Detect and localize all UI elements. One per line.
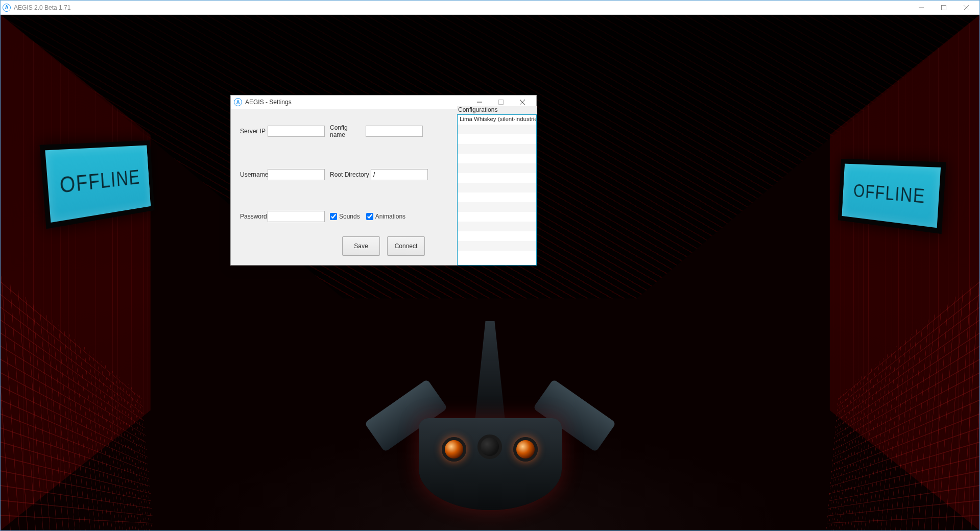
- config-item[interactable]: [458, 134, 536, 144]
- password-input[interactable]: [268, 211, 325, 222]
- config-item[interactable]: [458, 222, 536, 231]
- app-title: AEGIS 2.0 Beta 1.71: [14, 4, 910, 11]
- svg-rect-5: [499, 100, 504, 105]
- sounds-checkbox-wrap[interactable]: Sounds: [330, 213, 360, 220]
- game-viewport: OFFLINE OFFLINE A AEGIS - Settings: [1, 15, 979, 530]
- save-button[interactable]: Save: [342, 236, 380, 256]
- window-controls: [910, 1, 977, 15]
- label-username: Username: [240, 171, 267, 178]
- app-icon: A: [3, 4, 11, 12]
- config-item[interactable]: [458, 183, 536, 192]
- configurations-panel: Configurations Lima Whiskey (silent-indu…: [457, 106, 537, 266]
- config-item[interactable]: [458, 144, 536, 154]
- app-window: A AEGIS 2.0 Beta 1.71 OFFLINE OFFLINE: [0, 0, 980, 531]
- label-server-ip: Server IP: [240, 128, 267, 135]
- offline-text-left: OFFLINE: [59, 165, 140, 199]
- server-ip-input[interactable]: [268, 126, 325, 137]
- config-item[interactable]: [458, 125, 536, 134]
- titlebar: A AEGIS 2.0 Beta 1.71: [1, 1, 979, 15]
- config-item[interactable]: [458, 173, 536, 183]
- animations-checkbox-wrap[interactable]: Animations: [366, 213, 405, 220]
- label-config-name: Config name: [330, 124, 365, 138]
- label-root-directory: Root Directory: [330, 171, 370, 178]
- config-item[interactable]: [458, 163, 536, 173]
- config-name-input[interactable]: [366, 126, 423, 137]
- username-input[interactable]: [268, 169, 325, 180]
- configurations-label: Configurations: [457, 106, 537, 114]
- svg-rect-1: [942, 5, 946, 10]
- dialog-title: AEGIS - Settings: [245, 99, 292, 106]
- label-animations: Animations: [375, 213, 405, 220]
- config-item[interactable]: [458, 202, 536, 212]
- root-directory-input[interactable]: [371, 169, 428, 180]
- configurations-list[interactable]: Lima Whiskey (silent-industries.cz): [457, 114, 537, 266]
- label-sounds: Sounds: [339, 213, 360, 220]
- close-button[interactable]: [955, 1, 977, 15]
- center-mech: [383, 316, 597, 530]
- maximize-button[interactable]: [933, 1, 955, 15]
- sounds-checkbox[interactable]: [330, 213, 337, 220]
- config-item[interactable]: [458, 154, 536, 163]
- label-password: Password: [240, 213, 267, 220]
- config-item[interactable]: Lima Whiskey (silent-industries.cz): [458, 115, 536, 125]
- offline-text-right: OFFLINE: [853, 181, 926, 208]
- config-item[interactable]: [458, 241, 536, 251]
- connect-button[interactable]: Connect: [387, 236, 425, 256]
- minimize-button[interactable]: [910, 1, 933, 15]
- dialog-app-icon: A: [234, 98, 242, 106]
- config-item[interactable]: [458, 231, 536, 241]
- config-item[interactable]: [458, 192, 536, 202]
- animations-checkbox[interactable]: [366, 213, 373, 220]
- config-item[interactable]: [458, 212, 536, 222]
- config-item[interactable]: [458, 251, 536, 260]
